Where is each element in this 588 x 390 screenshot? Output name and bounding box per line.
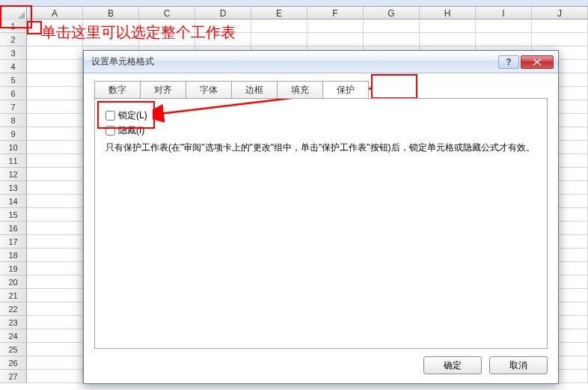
row-header[interactable]: 15 <box>0 208 27 222</box>
cell[interactable] <box>27 262 83 275</box>
cell[interactable] <box>83 33 139 46</box>
row-header[interactable]: 16 <box>0 222 27 235</box>
cell[interactable] <box>27 249 83 262</box>
row-header[interactable]: 8 <box>0 114 27 127</box>
dialog-titlebar[interactable]: 设置单元格格式 ? <box>84 51 558 73</box>
row-header[interactable]: 25 <box>0 343 27 356</box>
cell[interactable] <box>139 33 195 46</box>
hide-label[interactable]: 隐藏(I) <box>118 124 144 137</box>
row-header[interactable]: 26 <box>0 356 27 370</box>
row-header[interactable]: 10 <box>0 141 27 154</box>
cell[interactable] <box>27 114 83 127</box>
cell[interactable] <box>27 195 83 208</box>
cell[interactable] <box>420 33 476 46</box>
cell[interactable] <box>27 168 83 181</box>
cell[interactable] <box>27 302 83 316</box>
cell[interactable] <box>27 289 83 302</box>
cell[interactable] <box>27 100 83 114</box>
row-header[interactable]: 19 <box>0 262 27 275</box>
row-header[interactable]: 14 <box>0 195 27 208</box>
row-header[interactable]: 12 <box>0 168 27 181</box>
help-button[interactable]: ? <box>498 55 519 69</box>
cell[interactable] <box>420 19 476 33</box>
protection-panel: 锁定(L) 隐藏(I) 只有保护工作表(在"审阅"选项卡上的"更改"组中，单击"… <box>94 98 548 349</box>
cell[interactable] <box>139 19 195 33</box>
cell[interactable] <box>476 33 532 46</box>
row-header[interactable]: 13 <box>0 181 27 195</box>
cell[interactable] <box>27 127 83 141</box>
cell[interactable] <box>195 33 251 46</box>
cancel-button[interactable]: 取消 <box>489 356 548 374</box>
cell[interactable] <box>27 181 83 195</box>
cell[interactable] <box>307 19 364 33</box>
row-header[interactable]: 4 <box>0 60 27 73</box>
cell[interactable] <box>27 329 83 343</box>
column-header[interactable]: E <box>251 7 307 20</box>
cell[interactable] <box>27 222 83 235</box>
row-header[interactable]: 20 <box>0 275 27 289</box>
cell[interactable] <box>364 33 420 46</box>
cell[interactable] <box>532 33 588 46</box>
cell[interactable] <box>83 19 139 33</box>
tab-number[interactable]: 数字 <box>94 81 141 99</box>
column-header[interactable]: A <box>27 7 83 20</box>
cell[interactable] <box>27 208 83 222</box>
column-header[interactable]: G <box>364 7 420 20</box>
lock-checkbox[interactable] <box>105 111 115 121</box>
tab-alignment[interactable]: 对齐 <box>140 81 186 99</box>
cell[interactable] <box>27 154 83 168</box>
cell[interactable] <box>27 33 83 46</box>
row-header[interactable]: 24 <box>0 329 27 343</box>
cell[interactable] <box>27 87 83 100</box>
row-header[interactable]: 18 <box>0 249 27 262</box>
cell[interactable] <box>27 356 83 370</box>
row-header[interactable]: 9 <box>0 127 27 141</box>
cell[interactable] <box>364 19 420 33</box>
column-header[interactable]: D <box>195 7 251 20</box>
row-header[interactable]: 6 <box>0 87 27 100</box>
cell[interactable] <box>27 275 83 289</box>
column-header[interactable]: I <box>476 7 532 20</box>
cell[interactable] <box>307 33 364 46</box>
protection-note: 只有保护工作表(在"审阅"选项卡上的"更改"组中，单击"保护工作表"按钮)后，锁… <box>105 141 536 154</box>
cell[interactable] <box>27 60 83 73</box>
tab-font[interactable]: 字体 <box>186 81 232 99</box>
row-header[interactable]: 2 <box>0 33 27 46</box>
cell[interactable] <box>532 19 588 33</box>
tab-fill[interactable]: 填充 <box>277 81 323 99</box>
cell[interactable] <box>27 370 83 383</box>
tab-protection[interactable]: 保护 <box>322 81 369 100</box>
row-header[interactable]: 5 <box>0 73 27 87</box>
cell[interactable] <box>251 33 307 46</box>
column-header[interactable]: C <box>139 7 195 20</box>
hide-checkbox[interactable] <box>105 126 115 135</box>
column-header[interactable]: H <box>420 7 476 20</box>
ok-button[interactable]: 确定 <box>423 356 482 374</box>
row-header[interactable]: 7 <box>0 100 27 114</box>
cell[interactable] <box>27 235 83 249</box>
cell[interactable] <box>27 19 83 33</box>
row-header[interactable]: 22 <box>0 302 27 316</box>
select-all-corner[interactable] <box>0 7 27 20</box>
lock-label[interactable]: 锁定(L) <box>118 109 147 122</box>
column-header[interactable]: B <box>83 7 139 20</box>
row-header[interactable]: 23 <box>0 316 27 329</box>
cell[interactable] <box>27 46 83 60</box>
cell[interactable] <box>195 19 251 33</box>
cell[interactable] <box>27 141 83 154</box>
cell[interactable] <box>27 316 83 329</box>
cell[interactable] <box>251 19 307 33</box>
cell[interactable] <box>27 73 83 87</box>
cell[interactable] <box>27 343 83 356</box>
cell[interactable] <box>476 19 532 33</box>
row-header[interactable]: 21 <box>0 289 27 302</box>
row-header[interactable]: 3 <box>0 46 27 60</box>
row-header[interactable]: 1 <box>0 19 27 33</box>
tab-border[interactable]: 边框 <box>231 81 278 99</box>
column-header[interactable]: F <box>307 7 364 20</box>
row-header[interactable]: 17 <box>0 235 27 249</box>
close-button[interactable] <box>521 55 554 69</box>
row-header[interactable]: 11 <box>0 154 27 168</box>
row-header[interactable]: 27 <box>0 370 27 383</box>
column-header[interactable]: J <box>532 7 588 20</box>
